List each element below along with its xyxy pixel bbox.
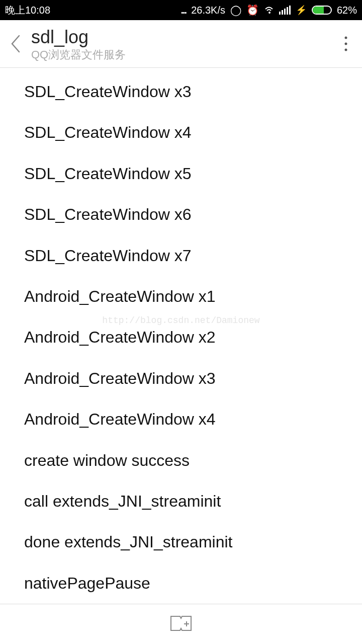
svg-point-1: [345, 43, 347, 45]
log-line: nativePagePause: [24, 574, 338, 593]
battery-icon: [312, 6, 332, 15]
status-bar: 晚上10:08 ... 26.3K/s ◯ ⏰ ⚡ 62%: [0, 0, 362, 20]
wifi-icon: [264, 5, 274, 16]
timer-icon: ◯: [230, 4, 241, 16]
more-dots-icon: ...: [180, 5, 186, 16]
app-header: sdl_log QQ浏览器文件服务: [0, 20, 362, 68]
status-right: ... 26.3K/s ◯ ⏰ ⚡ 62%: [180, 4, 357, 16]
log-line: SDL_CreateWindow x7: [24, 246, 338, 265]
log-content[interactable]: SDL_CreateWindow x3 SDL_CreateWindow x4 …: [0, 68, 362, 603]
overflow-menu-button[interactable]: [336, 29, 356, 59]
chevron-left-icon: [9, 34, 22, 54]
more-vertical-icon: [344, 35, 348, 52]
bottom-toolbar: [0, 604, 362, 644]
status-time: 晚上10:08: [5, 4, 50, 17]
network-speed: 26.3K/s: [191, 5, 225, 16]
log-line: call extends_JNI_streaminit: [24, 492, 338, 511]
log-line: create window success: [24, 451, 338, 470]
alarm-icon: ⏰: [246, 4, 259, 16]
title-block: sdl_log QQ浏览器文件服务: [31, 27, 336, 61]
add-to-shelf-button[interactable]: [169, 613, 193, 635]
back-button[interactable]: [3, 29, 28, 59]
log-line: Android_CreateWindow x4: [24, 410, 338, 429]
svg-point-0: [345, 37, 347, 39]
log-line: SDL_CreateWindow x6: [24, 205, 338, 224]
battery-percent: 62%: [337, 5, 357, 16]
log-line: SDL_CreateWindow x5: [24, 164, 338, 183]
log-line: SDL_CreateWindow x4: [24, 123, 338, 142]
log-line: Android_CreateWindow x3: [24, 369, 338, 388]
log-line: done extends_JNI_streaminit: [24, 532, 338, 551]
log-line: Android_CreateWindow x1: [24, 287, 338, 306]
charging-icon: ⚡: [296, 5, 307, 16]
log-line: Android_CreateWindow x2: [24, 328, 338, 347]
svg-point-2: [345, 49, 347, 51]
page-title: sdl_log: [31, 27, 336, 47]
log-line: SDL_CreateWindow x3: [24, 82, 338, 101]
page-subtitle: QQ浏览器文件服务: [31, 48, 336, 61]
book-add-icon: [169, 613, 193, 633]
status-left: 晚上10:08: [5, 4, 50, 17]
signal-icon: [279, 6, 291, 15]
